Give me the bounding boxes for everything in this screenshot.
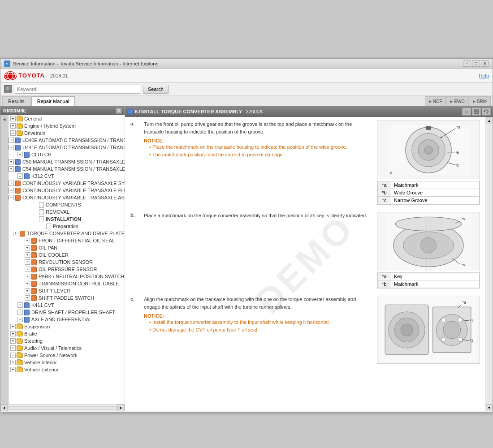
tree-expand-17[interactable]: + [25, 238, 30, 243]
step-a: a. Turn the front oil pump drive gear so… [130, 121, 480, 205]
tree-item-3[interactable]: +U340E AUTOMATIC TRANSMISSION / TRANSAXL… [9, 137, 125, 144]
step-b-text-col: Place a matchmark on the torque converte… [144, 212, 372, 220]
tree-item-34[interactable]: +Vehicle Interior [9, 359, 125, 366]
minimize-button[interactable]: − [463, 60, 471, 67]
tree-item-29[interactable]: +Suspension [9, 323, 125, 330]
tree-item-13[interactable]: REMOVAL [9, 208, 125, 215]
content-scroll[interactable]: DEMO a. Turn the front oil pump drive ge… [125, 117, 485, 411]
tree-expand-2[interactable]: − [10, 130, 16, 136]
print-button[interactable] [472, 108, 481, 116]
tree-item-7[interactable]: +C54 MANUAL TRANSMISSION / TRANSAXLE [9, 165, 125, 172]
tree-label-23: TRANSMISSION CONTROL CABLE [39, 281, 119, 286]
tree-item-16[interactable]: +TORQUE CONVERTER AND DRIVE PLATE [9, 230, 125, 237]
tree-expand-3[interactable]: + [9, 138, 14, 143]
view-box-button[interactable]: □ [462, 108, 471, 116]
tree-item-19[interactable]: +OIL COOLER [9, 251, 125, 258]
tree-item-25[interactable]: +SHIFT PADDLE SWITCH [9, 294, 125, 302]
tree-item-1[interactable]: +Engine / Hybrid System [9, 122, 125, 129]
tree-item-5[interactable]: +CLUTCH [9, 151, 125, 158]
tree-expand-18[interactable]: + [25, 245, 30, 250]
tree-item-28[interactable]: +AXLE AND DIFFERENTIAL [9, 316, 125, 323]
tree-expand-5[interactable]: + [17, 152, 23, 157]
tree-expand-11[interactable]: − [9, 195, 14, 200]
close-button[interactable]: ✕ [481, 60, 489, 67]
tree-item-18[interactable]: +OIL PAN [9, 244, 125, 251]
tree-item-21[interactable]: +OIL PRESSURE SENSOR [9, 266, 125, 273]
step-a-text-col: Turn the front oil pump drive gear so th… [144, 121, 372, 158]
tree-item-0[interactable]: +General [9, 115, 125, 122]
tree-expand-6[interactable]: + [9, 159, 14, 164]
tab-ncf[interactable]: ▶ NCF [425, 96, 446, 106]
svg-text:d: d [390, 171, 393, 175]
tree-expand-20[interactable]: + [25, 259, 30, 265]
tree-expand-16[interactable]: + [13, 231, 18, 236]
tree-expand-27[interactable]: + [17, 310, 23, 315]
tree-expand-28[interactable]: + [17, 317, 23, 322]
search-input[interactable] [15, 85, 140, 94]
tree-expand-1[interactable]: + [10, 123, 16, 129]
tree-expand-34[interactable]: + [10, 360, 16, 365]
tree-item-10[interactable]: +CONTINUOUSLY VARIABLE TRANSAXLE FLUID [9, 187, 125, 194]
h-scroll-left[interactable]: ◄ [0, 405, 8, 412]
h-scroll-track[interactable] [8, 406, 117, 410]
tree-item-35[interactable]: +Vehicle Exterior [9, 366, 125, 373]
tree-expand-21[interactable]: + [25, 267, 30, 272]
tree-expand-8[interactable]: − [17, 173, 23, 179]
tree-item-11[interactable]: −CONTINUOUSLY VARIABLE TRANSAXLE ASSEMBL… [9, 194, 125, 201]
tree-item-8[interactable]: −K312 CVT [9, 172, 125, 180]
nav-arrow-left[interactable]: ◄ [0, 115, 9, 404]
tree-expand-4[interactable]: + [9, 145, 14, 150]
tree-item-26[interactable]: +K411 CVT [9, 302, 125, 309]
tree-item-31[interactable]: +Steering [9, 337, 125, 345]
v-scroll-down[interactable]: ▼ [486, 404, 493, 411]
tree-item-14[interactable]: INSTALLATION [9, 215, 125, 223]
tree-expand-35[interactable]: + [10, 367, 16, 372]
tree-expand-29[interactable]: + [10, 324, 16, 329]
tree-expand-33[interactable]: + [10, 353, 16, 358]
tree-expand-9[interactable]: + [9, 181, 14, 186]
ncf-label: NCF [433, 99, 442, 104]
v-scroll-up[interactable]: ▲ [486, 117, 493, 124]
tab-brm[interactable]: ▶ BRM [469, 96, 491, 106]
tree-item-12[interactable]: COMPONENTS [9, 201, 125, 208]
tree-item-23[interactable]: +TRANSMISSION CONTROL CABLE [9, 280, 125, 287]
tree-item-17[interactable]: +FRONT DIFFERENTIAL OIL SEAL [9, 237, 125, 244]
tree-item-33[interactable]: +Power Source / Network [9, 352, 125, 359]
ie-icon: e [4, 60, 10, 67]
restore-button[interactable]: □ [472, 60, 480, 67]
tab-repair-manual[interactable]: Repair Manual [31, 96, 75, 106]
panel-close-button[interactable]: ✕ [116, 108, 122, 114]
tree-item-24[interactable]: +SHIFT LEVER [9, 287, 125, 294]
tree-item-27[interactable]: +DRIVE SHAFT / PROPELLER SHAFT [9, 309, 125, 316]
tree-item-2[interactable]: −Drivetrain [9, 129, 125, 137]
tree-expand-19[interactable]: + [25, 252, 30, 258]
tab-results[interactable]: Results [2, 96, 30, 106]
tree-expand-0[interactable]: + [10, 116, 16, 121]
tree-item-32[interactable]: +Audio / Visual / Telematics [9, 345, 125, 352]
tree-expand-32[interactable]: + [10, 345, 16, 351]
tree-expand-7[interactable]: + [9, 166, 14, 172]
tree-item-6[interactable]: +C50 MANUAL TRANSMISSION / TRANSAXLE [9, 158, 125, 165]
tree-item-4[interactable]: +U441E AUTOMATIC TRANSMISSION / TRANSAXL… [9, 144, 125, 151]
tree-expand-25[interactable]: + [25, 295, 30, 301]
tree-item-20[interactable]: +REVOLUTION SENSOR [9, 258, 125, 266]
tree-expand-23[interactable]: + [25, 281, 30, 286]
tree-expand-22[interactable]: + [25, 274, 30, 279]
tree-expand-26[interactable]: + [17, 302, 23, 308]
tree-expand-10[interactable]: + [9, 188, 14, 193]
tree-item-15[interactable]: Preparation [9, 223, 125, 230]
v-scroll-track[interactable] [487, 124, 492, 404]
tree-item-9[interactable]: +CONTINUOUSLY VARIABLE TRANSAXLE SYSTEM [9, 180, 125, 187]
tab-ewd[interactable]: ▶ EWD [446, 96, 468, 106]
right-panel: ⬡ 6.INSTALL TORQUE CONVERTER ASSEMBLY 32… [125, 106, 493, 411]
tree-icon-book-orange-17 [31, 237, 37, 244]
refresh-button[interactable] [482, 108, 491, 116]
tree-item-22[interactable]: +PARK / NEUTRAL POSITION SWITCH [9, 273, 125, 280]
tree-expand-24[interactable]: + [25, 288, 30, 293]
tree-expand-31[interactable]: + [10, 338, 16, 344]
help-link[interactable]: Help [479, 73, 489, 78]
tree-expand-30[interactable]: + [10, 331, 16, 336]
h-scroll-right[interactable]: ► [117, 405, 125, 412]
tree-item-30[interactable]: +Brake [9, 330, 125, 337]
search-button[interactable]: Search [143, 85, 169, 94]
